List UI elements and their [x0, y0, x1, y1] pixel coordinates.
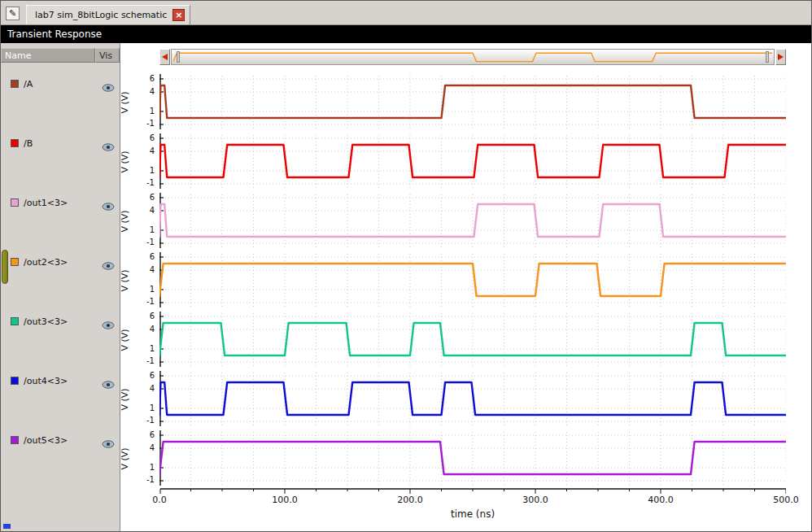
y-tick: 1: [150, 225, 155, 234]
y-axis-title: V (V): [120, 210, 130, 232]
signal-list-header: Name Vis: [1, 48, 120, 63]
y-tick: 6: [150, 74, 155, 83]
x-axis-title: time (ns): [159, 507, 786, 521]
y-tick: 4: [150, 325, 155, 334]
red-left-arrow-icon: [162, 54, 168, 60]
signal-name: /out1<3>: [24, 198, 68, 208]
x-tick-label: 100.0: [272, 495, 298, 505]
signal-name: /out3<3>: [24, 316, 68, 327]
y-axis: V (V) 6 4 1 -1: [120, 191, 159, 251]
y-axis: V (V) 6 4 1 -1: [120, 72, 159, 132]
y-tick: -1: [146, 238, 155, 246]
tab-title: lab7 sim_8bitLogic schematic: [35, 10, 167, 20]
tab-close-button[interactable]: ×: [172, 9, 185, 21]
y-axis: V (V) 6 4 1 -1: [120, 429, 159, 488]
tab-lab7-sim[interactable]: lab7 sim_8bitLogic schematic ×: [26, 5, 190, 24]
signal-name: /out4<3>: [24, 376, 68, 386]
x-tick-label: 400.0: [648, 495, 674, 505]
waveform-strip-out2: V (V) 6 4 1 -1: [120, 251, 811, 310]
waveform-plot-b[interactable]: [159, 132, 786, 191]
y-tick: 4: [150, 384, 155, 393]
visibility-eye-icon[interactable]: [102, 317, 115, 333]
y-axis-title: V (V): [120, 91, 130, 113]
application-window: ✎ lab7 sim_8bitLogic schematic × Transie…: [0, 0, 812, 532]
scrollbar-grip-right[interactable]: [766, 51, 769, 63]
y-tick: 1: [150, 403, 155, 412]
waveform-strip-out3: V (V) 6 4 1 -1: [120, 310, 811, 369]
x-axis: [159, 488, 786, 495]
y-tick: -1: [146, 178, 155, 187]
x-tick-label: 0.0: [152, 495, 167, 505]
waveform-strip-b: V (V) 6 4 1 -1: [120, 132, 811, 191]
signal-row-b[interactable]: /B: [1, 133, 120, 193]
scrollbar-overview-waveform: [173, 50, 772, 63]
color-swatch[interactable]: [11, 436, 19, 444]
y-tick: 6: [150, 371, 155, 380]
scrollbar-track[interactable]: [171, 49, 775, 65]
y-tick: 4: [150, 146, 155, 155]
y-tick: 1: [150, 107, 155, 116]
signal-list-panel: Name Vis /A /B /out1<3>: [1, 43, 120, 531]
color-swatch[interactable]: [11, 139, 19, 147]
signal-row-out3[interactable]: /out3<3>: [1, 312, 120, 371]
waveform-strip-out1: V (V) 6 4 1 -1: [120, 191, 811, 251]
name-column-header: Name: [1, 48, 95, 63]
y-axis: V (V) 6 4 1 -1: [120, 369, 159, 429]
visibility-eye-icon[interactable]: [102, 80, 115, 95]
plot-title: Transient Response: [7, 28, 102, 40]
window-menu-icon[interactable]: ✎: [6, 7, 20, 20]
y-tick: 6: [150, 312, 155, 321]
visibility-eye-icon[interactable]: [102, 377, 115, 392]
y-axis: V (V) 6 4 1 -1: [120, 251, 159, 310]
color-swatch[interactable]: [11, 198, 19, 207]
signal-row-out2[interactable]: /out2<3>: [1, 252, 120, 312]
scroll-left-button[interactable]: [159, 49, 170, 65]
y-axis-title: V (V): [120, 447, 130, 469]
main-content: Name Vis /A /B /out1<3>: [1, 43, 811, 531]
y-tick: 4: [150, 87, 155, 96]
waveform-strip-out4: V (V) 6 4 1 -1: [120, 369, 811, 429]
waveform-plot-out3[interactable]: [159, 310, 786, 369]
x-tick-label: 200.0: [397, 495, 423, 505]
visibility-eye-icon[interactable]: [102, 139, 115, 155]
y-axis-title: V (V): [120, 388, 130, 410]
waveform-strip-a: V (V) 6 4 1 -1: [120, 72, 811, 132]
y-tick: 6: [150, 430, 155, 439]
waveform-plot-out4[interactable]: [159, 369, 786, 429]
waveform-plot-out5[interactable]: [159, 429, 786, 488]
waveform-plot-a[interactable]: [159, 72, 786, 132]
panel-resize-handle[interactable]: [2, 250, 8, 284]
horizontal-scrollbar: [159, 48, 786, 66]
color-swatch[interactable]: [11, 80, 19, 88]
y-tick: -1: [146, 356, 155, 365]
x-tick-label: 500.0: [773, 495, 799, 505]
signal-row-out5[interactable]: /out5<3>: [1, 430, 120, 490]
signal-row-out4[interactable]: /out4<3>: [1, 371, 120, 430]
x-tick-label: 300.0: [522, 495, 548, 505]
y-tick: -1: [146, 119, 155, 128]
y-axis-title: V (V): [120, 269, 130, 291]
y-axis-title: V (V): [120, 150, 130, 172]
visibility-eye-icon[interactable]: [102, 436, 115, 451]
signal-rows: /A /B /out1<3> /out2<3>: [1, 74, 120, 490]
signal-row-a[interactable]: /A: [1, 74, 120, 133]
y-tick: 1: [150, 166, 155, 175]
color-swatch[interactable]: [11, 377, 19, 385]
visibility-eye-icon[interactable]: [102, 258, 115, 273]
y-tick: 4: [150, 443, 155, 452]
waveform-plot-out2[interactable]: [159, 251, 786, 310]
color-swatch[interactable]: [11, 317, 19, 325]
color-swatch[interactable]: [11, 258, 19, 266]
visibility-eye-icon[interactable]: [102, 198, 115, 214]
y-axis: V (V) 6 4 1 -1: [120, 132, 159, 191]
scrollbar-grip-left[interactable]: [177, 51, 180, 63]
close-icon: ×: [175, 10, 182, 20]
y-tick: -1: [146, 475, 155, 484]
vis-column-header: Vis: [95, 48, 120, 63]
waveform-strip-out5: V (V) 6 4 1 -1: [120, 429, 811, 488]
scroll-right-button[interactable]: [775, 49, 786, 65]
red-right-arrow-icon: [778, 54, 784, 60]
tab-bar: ✎ lab7 sim_8bitLogic schematic ×: [1, 1, 811, 25]
waveform-plot-out1[interactable]: [159, 191, 786, 251]
signal-row-out1[interactable]: /out1<3>: [1, 193, 120, 252]
